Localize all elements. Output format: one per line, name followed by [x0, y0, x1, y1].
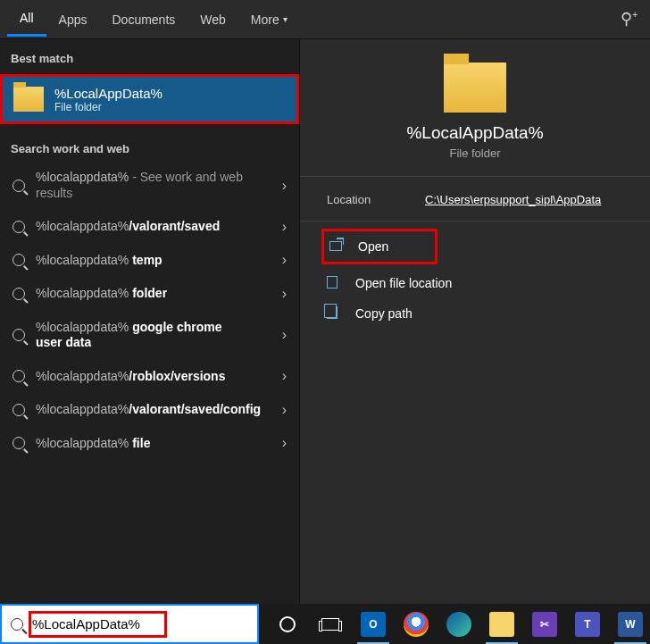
taskbar-app-edge[interactable]	[439, 604, 479, 644]
chevron-right-icon: ›	[282, 368, 287, 384]
cortana-icon	[279, 616, 296, 632]
snipping-tool-icon: ✂	[532, 612, 557, 637]
preview-pane: %LocalAppData% File folder Location C:\U…	[299, 39, 650, 604]
search-icon	[12, 370, 25, 382]
folder-icon	[13, 87, 44, 112]
search-suggestion[interactable]: %localappdata%/roblox/versions›	[0, 360, 299, 394]
search-suggestion[interactable]: %localappdata% folder›	[0, 277, 299, 311]
taskbar-app-teams[interactable]: T	[568, 604, 607, 644]
copy-path-action[interactable]: Copy path	[321, 298, 632, 329]
search-suggestion[interactable]: %localappdata% file›	[0, 427, 299, 461]
chevron-right-icon: ›	[282, 219, 287, 235]
search-suggestion[interactable]: %localappdata%/valorant/saved›	[0, 210, 299, 244]
best-match-item[interactable]: %LocalAppData% File folder	[0, 74, 299, 124]
section-best-match: Best match	[0, 46, 299, 71]
tab-documents[interactable]: Documents	[99, 4, 188, 36]
location-label: Location	[327, 193, 425, 206]
file-location-icon	[327, 276, 338, 289]
search-suggestion[interactable]: %localappdata% temp›	[0, 244, 299, 278]
chevron-down-icon: ▾	[283, 14, 288, 24]
chrome-icon	[404, 612, 429, 637]
open-icon	[329, 241, 342, 251]
taskbar: O ✂ T W	[0, 604, 650, 644]
section-search-work-web: Search work and web	[0, 137, 299, 161]
search-suggestion[interactable]: %localappdata%/valorant/saved/config›	[0, 393, 299, 427]
best-match-subtitle: File folder	[54, 101, 162, 113]
feedback-icon[interactable]: ⚲+	[621, 9, 638, 29]
chevron-right-icon: ›	[282, 435, 287, 451]
tab-more[interactable]: More▾	[238, 4, 300, 36]
search-icon	[12, 437, 25, 449]
search-scope-tabs: All Apps Documents Web More▾ ⚲+	[0, 0, 650, 39]
taskbar-app-snip[interactable]: ✂	[525, 604, 564, 644]
results-list: Best match %LocalAppData% File folder Se…	[0, 39, 299, 604]
search-suggestion[interactable]: %localappdata% - See work and web result…	[0, 161, 299, 210]
cortana-button[interactable]	[268, 604, 307, 644]
outlook-icon: O	[361, 612, 386, 637]
search-icon	[12, 288, 25, 300]
search-icon	[12, 180, 25, 192]
file-explorer-icon	[489, 612, 514, 637]
location-value[interactable]: C:\Users\erpsupport_sipl\AppData	[425, 193, 601, 206]
copy-icon	[327, 306, 338, 319]
tab-web[interactable]: Web	[188, 4, 238, 36]
taskbar-app-chrome[interactable]	[396, 604, 436, 644]
taskbar-app-word[interactable]: W	[611, 604, 650, 644]
folder-icon	[444, 63, 506, 113]
teams-icon: T	[575, 612, 600, 637]
task-view-button[interactable]	[311, 604, 350, 644]
taskbar-search-box[interactable]	[0, 604, 259, 644]
edge-icon	[446, 612, 471, 637]
tab-apps[interactable]: Apps	[46, 4, 100, 36]
preview-subtitle: File folder	[309, 146, 641, 160]
open-file-location-action[interactable]: Open file location	[321, 268, 632, 298]
chevron-right-icon: ›	[282, 327, 287, 343]
preview-title: %LocalAppData%	[309, 123, 641, 143]
search-icon	[11, 618, 23, 631]
search-icon	[12, 404, 25, 416]
search-icon	[12, 221, 25, 233]
search-suggestion[interactable]: %localappdata% google chrome user data›	[0, 311, 299, 360]
chevron-right-icon: ›	[282, 402, 287, 418]
open-action[interactable]: Open	[321, 229, 438, 264]
taskbar-app-outlook[interactable]: O	[354, 604, 393, 644]
best-match-title: %LocalAppData%	[54, 86, 162, 101]
tab-all[interactable]: All	[7, 2, 46, 37]
chevron-right-icon: ›	[282, 286, 287, 302]
word-icon: W	[618, 612, 643, 637]
windows-search-flyout: All Apps Documents Web More▾ ⚲+ Best mat…	[0, 0, 650, 604]
search-icon	[12, 254, 25, 266]
chevron-right-icon: ›	[282, 178, 287, 194]
task-view-icon	[321, 618, 339, 631]
search-icon	[12, 329, 25, 341]
chevron-right-icon: ›	[282, 252, 287, 268]
search-input[interactable]	[32, 616, 248, 631]
taskbar-app-explorer[interactable]	[482, 604, 521, 644]
